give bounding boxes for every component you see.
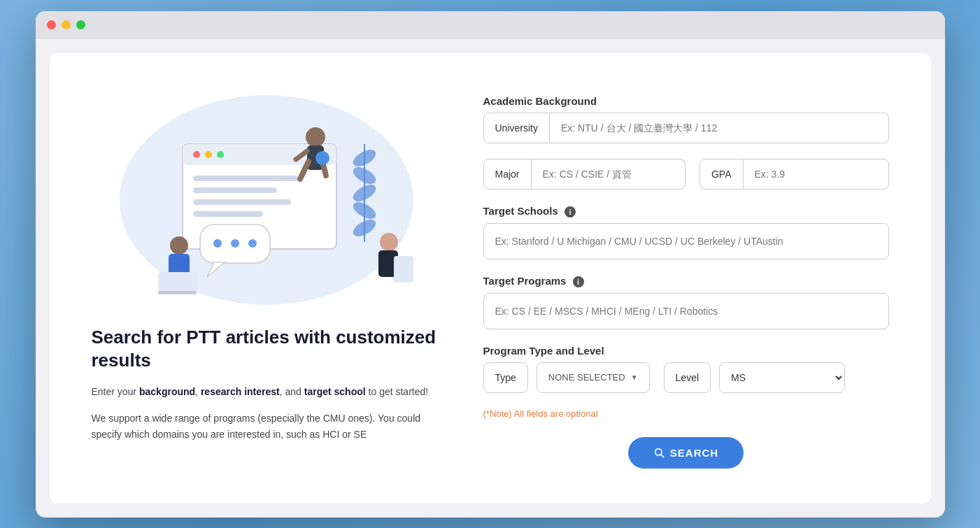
search-button[interactable]: SEARCH <box>628 437 744 469</box>
gpa-input[interactable] <box>744 159 889 190</box>
target-programs-section: Target Programs i <box>483 275 889 329</box>
chevron-down-icon: ▼ <box>631 373 638 381</box>
svg-point-3 <box>193 151 200 158</box>
academic-label: Academic Background <box>483 95 889 107</box>
target-programs-info-icon: i <box>573 276 584 287</box>
svg-point-17 <box>213 239 222 248</box>
major-tag: Major <box>483 159 532 190</box>
bold-research: research interest <box>201 386 280 397</box>
main-content: Search for PTT articles with customized … <box>50 53 931 504</box>
target-schools-input[interactable] <box>483 223 889 259</box>
titlebar <box>36 11 945 39</box>
svg-line-35 <box>661 455 664 457</box>
search-btn-label: SEARCH <box>670 447 718 459</box>
minimize-button[interactable] <box>62 20 71 29</box>
target-schools-info-icon: i <box>564 206 576 217</box>
svg-rect-26 <box>394 256 413 283</box>
svg-point-19 <box>248 239 257 248</box>
target-programs-input[interactable] <box>483 293 889 329</box>
target-schools-section: Target Schools i <box>483 205 889 259</box>
svg-point-33 <box>315 151 329 165</box>
type-tag: Type <box>483 362 528 393</box>
left-panel: Search for PTT articles with customized … <box>92 88 441 469</box>
university-input[interactable] <box>550 113 889 143</box>
svg-point-4 <box>205 151 212 158</box>
para1: Enter your background, research interest… <box>92 384 441 399</box>
type-dropdown-button[interactable]: NONE SELECTED ▼ <box>537 362 650 393</box>
target-programs-label: Target Programs i <box>483 275 889 287</box>
type-dropdown-value: NONE SELECTED <box>548 372 625 383</box>
bold-background: background <box>139 386 195 397</box>
svg-point-24 <box>380 233 398 251</box>
svg-point-10 <box>306 127 325 147</box>
svg-point-20 <box>170 236 188 255</box>
level-tag: Level <box>664 362 711 393</box>
major-gpa-row: Major GPA <box>483 159 889 190</box>
close-button[interactable] <box>47 20 56 29</box>
bold-target: target school <box>304 386 366 397</box>
svg-point-18 <box>231 239 239 248</box>
para2: We support a wide range of programs (esp… <box>92 411 441 442</box>
maximize-button[interactable] <box>76 20 85 29</box>
major-row: Major <box>483 159 686 190</box>
svg-rect-6 <box>193 176 298 181</box>
target-schools-label: Target Schools i <box>483 205 889 217</box>
search-icon <box>653 447 665 458</box>
level-select[interactable]: MS PhD MEng MBA <box>719 362 845 393</box>
academic-section: Academic Background University <box>483 95 889 143</box>
university-tag: University <box>483 113 550 143</box>
svg-point-5 <box>217 151 224 158</box>
description: Search for PTT articles with customized … <box>92 326 441 454</box>
program-type-section: Program Type and Level Type NONE SELECTE… <box>483 345 889 393</box>
main-heading: Search for PTT articles with customized … <box>92 326 441 373</box>
svg-rect-22 <box>158 272 197 293</box>
gpa-row-inner: GPA <box>700 159 889 190</box>
right-panel: Academic Background University Major GPA <box>483 88 889 469</box>
major-input[interactable] <box>532 159 686 190</box>
gpa-tag: GPA <box>700 159 744 190</box>
university-row: University <box>483 113 889 143</box>
illustration <box>92 88 441 312</box>
note-text: (*Note) All fields are optional <box>483 408 889 419</box>
svg-rect-8 <box>193 199 291 205</box>
program-type-row: Type NONE SELECTED ▼ Level MS PhD MEng M… <box>483 362 889 393</box>
type-dropdown-wrapper: NONE SELECTED ▼ <box>537 362 650 393</box>
app-window: Search for PTT articles with customized … <box>36 11 945 518</box>
svg-rect-9 <box>193 211 263 217</box>
program-type-label: Program Type and Level <box>483 345 889 357</box>
svg-rect-23 <box>158 291 197 294</box>
svg-rect-7 <box>193 187 277 193</box>
